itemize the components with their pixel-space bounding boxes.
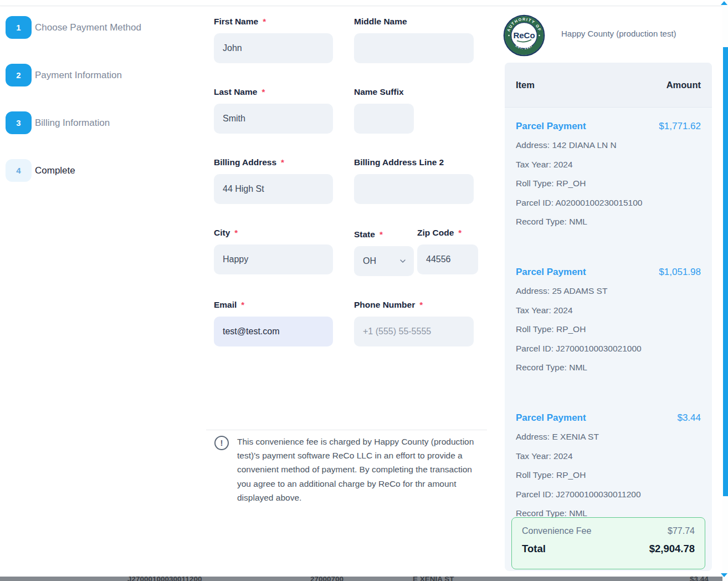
- merchant-name: Happy County (production test): [561, 29, 676, 38]
- required-asterisk: *: [419, 300, 423, 309]
- total-label: Total: [522, 543, 546, 555]
- billing-address-label: Billing Address *: [214, 156, 333, 168]
- step-number-badge: 3: [6, 111, 32, 134]
- item-amount: $1,771.62: [659, 121, 701, 132]
- email-label: Email *: [214, 299, 333, 310]
- chevron-down-icon: [398, 257, 407, 266]
- required-asterisk: *: [241, 300, 244, 309]
- convenience-fee-label: Convenience Fee: [522, 526, 591, 536]
- scrollbar-thumb[interactable]: [723, 47, 728, 496]
- item-amount: $3.44: [677, 412, 701, 424]
- zip-code-input[interactable]: [417, 244, 478, 274]
- item-address: Address: 25 ADAMS ST: [516, 282, 701, 301]
- state-selected-value: OH: [363, 256, 376, 266]
- item-amount: $1,051.98: [659, 267, 701, 278]
- item-record-type: Record Type: NML: [516, 358, 701, 378]
- state-label: State *: [354, 228, 414, 240]
- billing-address-input[interactable]: [214, 174, 333, 204]
- field-label-text: Email: [214, 300, 237, 310]
- name-suffix-input[interactable]: [354, 104, 414, 134]
- billing-address2-label: Billing Address Line 2: [354, 156, 478, 168]
- totals-box: Convenience Fee $77.74 Total $2,904.78: [511, 517, 705, 569]
- obscured-table-fragment: J27000100030011200: [127, 577, 202, 581]
- item-parcel-id: Parcel ID: J27000100030021000: [516, 339, 701, 359]
- reco-logo: AUTHORITY OF EST. 1997 ReCo: [503, 14, 545, 57]
- checkout-steps: 1 Choose Payment Method 2 Payment Inform…: [6, 16, 194, 207]
- middle-name-label: Middle Name: [354, 16, 478, 27]
- step-choose-payment-method[interactable]: 1 Choose Payment Method: [6, 16, 194, 39]
- item-roll-type: Roll Type: RP_OH: [516, 466, 701, 485]
- field-label-text: City: [214, 228, 230, 238]
- step-label: Complete: [35, 165, 75, 176]
- parcel-payment-link[interactable]: Parcel Payment: [516, 121, 586, 132]
- city-label: City *: [214, 227, 333, 238]
- required-asterisk: *: [281, 157, 284, 167]
- summary-table-header: Item Amount: [505, 63, 712, 108]
- required-asterisk: *: [262, 87, 265, 96]
- checkout-modal: 1 Choose Payment Method 2 Payment Inform…: [0, 0, 728, 581]
- step-number-badge: 2: [6, 64, 32, 86]
- required-asterisk: *: [263, 17, 266, 26]
- field-label-text: Last Name: [214, 87, 257, 97]
- summary-item: Parcel Payment $3.44 Address: E XENIA ST…: [516, 399, 701, 523]
- field-label-text: State: [354, 230, 375, 239]
- page-scrollbar[interactable]: [722, 0, 728, 581]
- obscured-page-strip: J27000100030011200 27000700 E XENIA ST $…: [0, 577, 722, 581]
- billing-address2-input[interactable]: [354, 174, 474, 204]
- required-asterisk: *: [458, 228, 462, 237]
- scroll-down-icon[interactable]: [721, 573, 727, 577]
- middle-name-input[interactable]: [354, 33, 474, 63]
- item-address: Address: 142 DIANA LN N: [516, 136, 701, 155]
- scroll-up-icon[interactable]: [721, 1, 727, 5]
- phone-input[interactable]: [354, 317, 474, 346]
- disclaimer-divider: [206, 430, 487, 430]
- email-input[interactable]: [214, 317, 333, 346]
- item-column-header: Item: [516, 80, 535, 90]
- parcel-payment-link[interactable]: Parcel Payment: [516, 267, 586, 278]
- field-label-text: Billing Address: [214, 157, 276, 167]
- city-input[interactable]: [214, 244, 333, 274]
- step-label: Choose Payment Method: [35, 22, 141, 33]
- summary-items: Parcel Payment $1,771.62 Address: 142 DI…: [505, 108, 712, 523]
- field-label-text: Billing Address Line 2: [354, 157, 444, 167]
- convenience-fee-amount: $77.74: [668, 526, 695, 536]
- item-roll-type: Roll Type: RP_OH: [516, 320, 701, 339]
- obscured-table-fragment: 27000700: [310, 577, 344, 581]
- obscured-table-fragment: E XENIA ST: [413, 577, 454, 581]
- item-parcel-id: Parcel ID: J27000100030011200: [516, 485, 701, 504]
- first-name-input[interactable]: [214, 33, 333, 63]
- state-select[interactable]: OH: [354, 246, 414, 276]
- last-name-input[interactable]: [214, 104, 333, 134]
- item-tax-year: Tax Year: 2024: [516, 447, 701, 466]
- parcel-payment-link[interactable]: Parcel Payment: [516, 412, 586, 424]
- disclaimer-text: This convenience fee is charged by Happy…: [237, 435, 479, 504]
- first-name-label: First Name *: [214, 16, 333, 27]
- name-suffix-label: Name Suffix: [354, 86, 478, 98]
- obscured-table-fragment: $3.44: [690, 577, 709, 581]
- step-payment-information[interactable]: 2 Payment Information: [6, 64, 194, 86]
- summary-item: Parcel Payment $1,771.62 Address: 142 DI…: [516, 108, 701, 232]
- modal-top-divider: [0, 6, 722, 6]
- convenience-fee-disclaimer: ! This convenience fee is charged by Hap…: [214, 435, 480, 504]
- step-complete[interactable]: 4 Complete: [6, 159, 194, 182]
- total-amount: $2,904.78: [649, 543, 695, 555]
- last-name-label: Last Name *: [214, 86, 333, 98]
- step-number-badge: 1: [6, 16, 32, 39]
- billing-form: First Name * Middle Name Last Name *: [214, 16, 480, 369]
- step-label: Payment Information: [35, 70, 122, 81]
- item-tax-year: Tax Year: 2024: [516, 155, 701, 175]
- summary-item: Parcel Payment $1,051.98 Address: 25 ADA…: [516, 253, 701, 378]
- item-parcel-id: Parcel ID: A02000100230015100: [516, 193, 701, 213]
- field-label-text: Phone Number: [354, 300, 415, 310]
- item-tax-year: Tax Year: 2024: [516, 301, 701, 320]
- phone-label: Phone Number *: [354, 299, 478, 310]
- field-label-text: Zip Code: [417, 228, 454, 238]
- step-billing-information[interactable]: 3 Billing Information: [6, 111, 194, 134]
- required-asterisk: *: [234, 228, 238, 237]
- order-summary-panel: Item Amount Parcel Payment $1,771.62 Add…: [505, 63, 712, 571]
- field-label-text: Name Suffix: [354, 87, 404, 97]
- zip-code-label: Zip Code *: [417, 227, 478, 238]
- field-label-text: Middle Name: [354, 17, 407, 27]
- step-label: Billing Information: [35, 118, 110, 129]
- field-label-text: First Name: [214, 17, 258, 27]
